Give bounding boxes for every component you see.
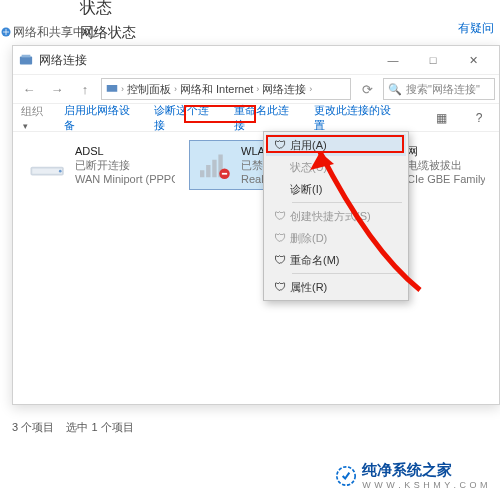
watermark-url: W W W . K S H M Y . C O M <box>362 480 488 490</box>
refresh-button[interactable]: ⟳ <box>355 78 379 100</box>
ctx-label: 删除(D) <box>290 231 327 246</box>
connection-item-adsl[interactable]: ADSL 已断开连接 WAN Miniport (PPPOE) <box>23 140 179 190</box>
crumb-control-panel[interactable]: 控制面板 <box>127 82 171 97</box>
window-title: 网络连接 <box>39 52 373 69</box>
bg-heading-status: 状态 <box>80 0 112 19</box>
minimize-button[interactable]: — <box>373 46 413 74</box>
chevron-right-icon: › <box>309 84 312 94</box>
ctx-label: 重命名(M) <box>290 253 340 268</box>
ctx-label: 启用(A) <box>290 138 327 153</box>
ctx-properties[interactable]: 🛡 属性(R) <box>266 276 406 298</box>
separator <box>292 273 402 274</box>
separator <box>292 202 402 203</box>
shield-icon: 🛡 <box>270 253 290 267</box>
context-menu: 🛡 启用(A) 状态(U) 诊断(I) 🛡 创建快捷方式(S) 🛡 删除(D) … <box>263 131 409 301</box>
connection-device: WAN Miniport (PPPOE) <box>75 172 175 186</box>
search-placeholder: 搜索"网络连接" <box>406 82 480 97</box>
chevron-right-icon: › <box>256 84 259 94</box>
watermark: 纯净系统之家 W W W . K S H M Y . C O M <box>336 461 488 490</box>
forward-button[interactable]: → <box>45 78 69 100</box>
network-connections-window: 网络连接 — □ ✕ ← → ↑ › 控制面板 › 网络和 Internet ›… <box>12 45 500 405</box>
svg-rect-12 <box>222 173 227 175</box>
window-icon <box>19 53 33 67</box>
watermark-text: 纯净系统之家 <box>362 461 488 480</box>
connection-state: 已断开连接 <box>75 158 175 172</box>
back-button[interactable]: ← <box>17 78 41 100</box>
nav-bar: ← → ↑ › 控制面板 › 网络和 Internet › 网络连接 › ⟳ 🔍… <box>13 74 499 104</box>
nsc-title: 网络和共享中心 <box>13 24 97 41</box>
titlebar[interactable]: 网络连接 — □ ✕ <box>13 46 499 74</box>
connection-name: ADSL <box>75 144 175 158</box>
ctx-status: 状态(U) <box>266 156 406 178</box>
watermark-icon <box>336 466 356 486</box>
svg-point-6 <box>59 170 62 173</box>
toolbar-diagnose[interactable]: 诊断这个连接 <box>154 103 220 133</box>
view-button[interactable]: ▦ <box>429 108 453 128</box>
ctx-label: 创建快捷方式(S) <box>290 209 371 224</box>
status-item-count: 3 个项目 <box>12 421 54 433</box>
ctx-diagnose[interactable]: 诊断(I) <box>266 178 406 200</box>
ctx-delete: 🛡 删除(D) <box>266 227 406 249</box>
ctx-label: 诊断(I) <box>290 182 322 197</box>
svg-rect-3 <box>107 85 118 92</box>
toolbar: 组织 启用此网络设备 诊断这个连接 重命名此连接 更改此连接的设置 ▦ ? <box>13 104 499 132</box>
nsc-icon <box>0 24 12 36</box>
bg-help-link[interactable]: 有疑问 <box>458 20 494 37</box>
ctx-label: 状态(U) <box>290 160 327 175</box>
svg-rect-7 <box>200 170 204 177</box>
ctx-enable[interactable]: 🛡 启用(A) <box>266 134 406 156</box>
shield-icon: 🛡 <box>270 231 290 245</box>
wifi-icon <box>193 144 235 184</box>
address-bar[interactable]: › 控制面板 › 网络和 Internet › 网络连接 › <box>101 78 351 100</box>
svg-rect-9 <box>212 160 216 178</box>
close-button[interactable]: ✕ <box>453 46 493 74</box>
toolbar-rename[interactable]: 重命名此连接 <box>234 103 300 133</box>
status-bar: 3 个项目 选中 1 个项目 <box>12 420 134 435</box>
search-input[interactable]: 🔍 搜索"网络连接" <box>383 78 495 100</box>
shield-icon: 🛡 <box>270 280 290 294</box>
maximize-button[interactable]: □ <box>413 46 453 74</box>
crumb-network-internet[interactable]: 网络和 Internet <box>180 82 253 97</box>
toolbar-enable-device[interactable]: 启用此网络设备 <box>64 103 141 133</box>
toolbar-change-settings[interactable]: 更改此连接的设置 <box>314 103 402 133</box>
svg-rect-2 <box>22 55 31 58</box>
modem-icon <box>27 144 69 184</box>
svg-rect-8 <box>206 165 210 177</box>
chevron-right-icon: › <box>174 84 177 94</box>
chevron-right-icon: › <box>121 84 124 94</box>
toolbar-organize[interactable]: 组织 <box>21 104 50 131</box>
ctx-rename[interactable]: 🛡 重命名(M) <box>266 249 406 271</box>
ctx-create-shortcut: 🛡 创建快捷方式(S) <box>266 205 406 227</box>
folder-icon <box>106 82 118 96</box>
background-window: 状态 网络状态 网络和共享中心 有疑问 <box>0 0 500 40</box>
shield-icon: 🛡 <box>270 138 290 152</box>
ctx-label: 属性(R) <box>290 280 327 295</box>
svg-rect-1 <box>20 57 32 65</box>
search-icon: 🔍 <box>388 83 402 96</box>
up-button[interactable]: ↑ <box>73 78 97 100</box>
help-button[interactable]: ? <box>467 108 491 128</box>
svg-rect-5 <box>32 169 62 174</box>
crumb-network-connections[interactable]: 网络连接 <box>262 82 306 97</box>
content-area: ADSL 已断开连接 WAN Miniport (PPPOE) WLAN 已禁用… <box>13 132 499 198</box>
shield-icon: 🛡 <box>270 209 290 223</box>
status-selected-count: 选中 1 个项目 <box>66 421 133 433</box>
